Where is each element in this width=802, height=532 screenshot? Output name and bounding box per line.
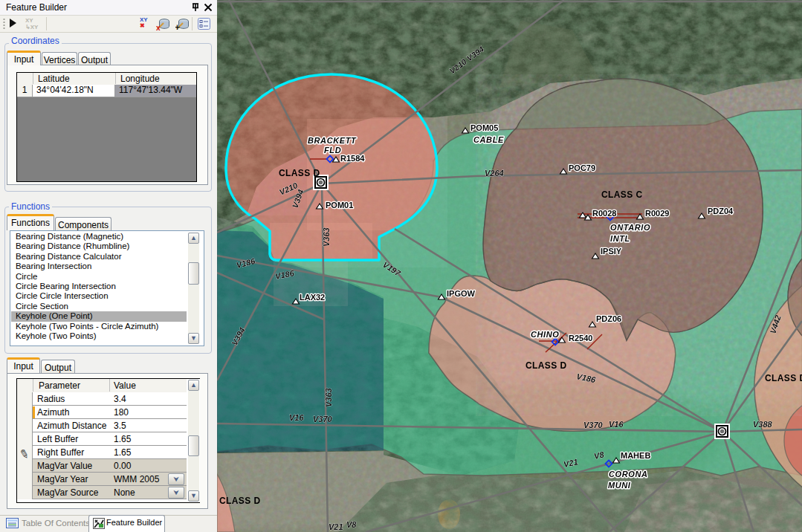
svg-text:POM01: POM01 xyxy=(326,201,353,210)
svg-text:R0029: R0029 xyxy=(645,209,669,218)
svg-text:CLASS D: CLASS D xyxy=(279,168,320,178)
svg-text:CLASS D: CLASS D xyxy=(525,360,566,371)
svg-text:LAX32: LAX32 xyxy=(300,293,325,302)
svg-text:V264: V264 xyxy=(485,169,504,178)
svg-text:CLASS D: CLASS D xyxy=(219,496,260,506)
svg-text:V370: V370 xyxy=(583,421,604,429)
svg-text:IPGOW: IPGOW xyxy=(447,289,476,298)
svg-text:POC79: POC79 xyxy=(569,163,595,172)
svg-text:CORONA: CORONA xyxy=(609,470,648,479)
svg-text:R0028: R0028 xyxy=(592,209,616,218)
svg-text:IPSIY: IPSIY xyxy=(601,247,622,256)
svg-text:CLASS D: CLASS D xyxy=(765,373,802,383)
svg-text:FLD: FLD xyxy=(324,146,341,155)
svg-text:V363: V363 xyxy=(322,227,331,247)
svg-text:CLASS C: CLASS C xyxy=(601,189,642,200)
svg-text:V363: V363 xyxy=(324,388,333,407)
svg-text:MUNI: MUNI xyxy=(608,481,631,490)
svg-text:INTL: INTL xyxy=(610,234,630,243)
svg-text:POM05: POM05 xyxy=(470,123,498,132)
svg-text:PDZ04: PDZ04 xyxy=(708,207,734,215)
svg-text:CABLE: CABLE xyxy=(473,135,504,144)
svg-text:V388: V388 xyxy=(753,420,773,429)
svg-text:CHINO: CHINO xyxy=(531,330,559,339)
svg-text:R1584: R1584 xyxy=(340,154,365,163)
svg-text:V21: V21 xyxy=(329,522,343,531)
svg-text:+: + xyxy=(175,22,180,30)
svg-text:V16: V16 xyxy=(609,420,624,429)
svg-text:PDZ06: PDZ06 xyxy=(596,314,621,323)
svg-text:BRACKETT: BRACKETT xyxy=(308,136,357,145)
svg-text:R2540: R2540 xyxy=(569,334,592,343)
svg-text:V16: V16 xyxy=(289,413,304,422)
svg-text:ONTARIO: ONTARIO xyxy=(610,223,650,232)
svg-text:V370: V370 xyxy=(313,415,333,424)
svg-text:V8: V8 xyxy=(346,520,357,529)
svg-text:MAHEB: MAHEB xyxy=(621,451,650,460)
svg-text:x: x xyxy=(156,24,161,31)
